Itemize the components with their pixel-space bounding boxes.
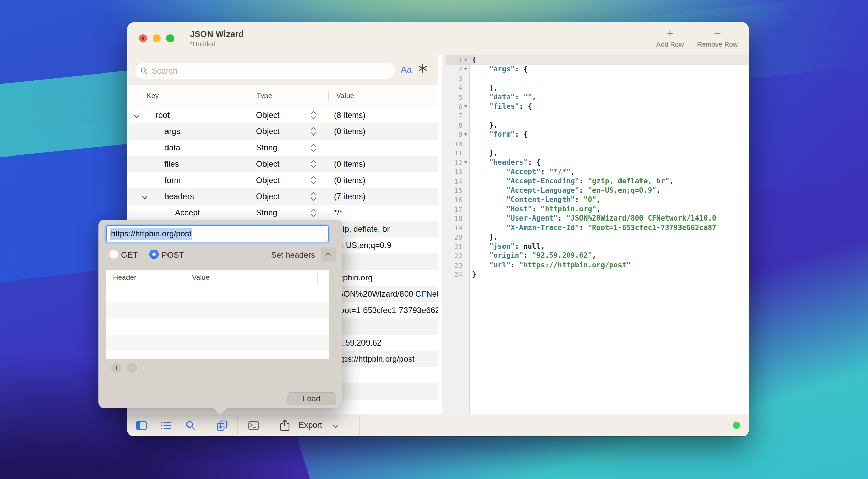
tree-row[interactable]: formObject(0 items)	[127, 172, 438, 188]
row-value: JSON%20Wizard/800 CFNetwork/1410.0	[334, 289, 438, 299]
column-divider	[248, 91, 248, 101]
bottom-toolbar: Export	[127, 414, 749, 436]
type-stepper[interactable]	[311, 192, 317, 201]
toggle-sidebar-button[interactable]	[134, 418, 149, 433]
gutter-line: 9	[442, 130, 469, 139]
tree-row[interactable]: rootObject(8 items)	[127, 107, 438, 123]
post-radio[interactable]	[149, 250, 159, 259]
disclosure-chevron-icon[interactable]	[134, 113, 140, 118]
row-type: Object	[256, 159, 279, 169]
code-line: "headers": {	[470, 158, 749, 167]
line-number: 4	[458, 84, 462, 92]
asterisk-icon	[418, 63, 428, 74]
type-stepper[interactable]	[311, 176, 317, 185]
chevron-down-icon[interactable]	[333, 422, 339, 428]
tree-row[interactable]: dataString	[127, 140, 438, 156]
fold-arrow-icon[interactable]	[464, 59, 467, 61]
download-icon	[216, 419, 228, 432]
tree-row[interactable]: filesObject(0 items)	[127, 156, 438, 172]
type-stepper[interactable]	[311, 111, 317, 120]
tree-row[interactable]: headersObject(7 items)	[127, 188, 438, 205]
tree-row[interactable]: argsObject(0 items)	[127, 123, 438, 140]
disclosure-chevron-icon[interactable]	[142, 194, 148, 200]
remove-row-button[interactable]: − Remove Row	[690, 27, 745, 48]
line-number: 19	[454, 224, 462, 232]
gutter-line: 10	[442, 139, 469, 149]
code-line: "files": {	[470, 102, 749, 111]
search-input[interactable]: Search	[134, 63, 396, 79]
gutter-line: 18	[442, 214, 469, 223]
gutter-line: 8	[442, 121, 469, 130]
column-header-key[interactable]: Key	[146, 91, 159, 100]
row-value: (7 items)	[334, 192, 366, 201]
fold-arrow-icon[interactable]	[464, 68, 467, 70]
headers-disclosure-button[interactable]	[321, 247, 336, 262]
row-value: Root=1-653cfec1-73793e662ca87	[334, 306, 438, 315]
fold-arrow-icon[interactable]	[464, 161, 467, 164]
add-row-button[interactable]: + Add Row	[643, 27, 697, 48]
type-stepper[interactable]	[311, 160, 317, 168]
match-case-toggle[interactable]: Aa	[401, 65, 412, 75]
row-key: data	[164, 143, 180, 152]
gutter-line: 1	[442, 55, 469, 65]
code-line	[470, 111, 749, 121]
type-stepper[interactable]	[311, 208, 317, 217]
header-column-label: Header	[113, 273, 136, 282]
load-from-url-button[interactable]	[215, 418, 229, 433]
gutter-line: 22	[442, 251, 469, 261]
window-title: JSON Wizard	[190, 29, 244, 39]
gutter-line: 23	[442, 261, 469, 270]
popover-footer-divider	[99, 388, 342, 388]
toolbar-divider	[207, 416, 207, 435]
column-header-type[interactable]: Type	[257, 91, 272, 100]
type-stepper[interactable]	[311, 127, 317, 136]
row-type: Object	[256, 110, 279, 120]
url-input[interactable]: https://httpbin.org/post	[106, 225, 329, 242]
get-radio[interactable]	[109, 250, 118, 259]
code-line: "json": null,	[470, 242, 749, 251]
code-line	[470, 139, 749, 149]
column-header-value[interactable]: Value	[336, 91, 354, 100]
gutter-line: 12	[442, 158, 469, 167]
line-number: 1	[458, 56, 462, 64]
export-label[interactable]: Export	[299, 420, 322, 430]
fold-arrow-icon[interactable]	[464, 133, 467, 136]
headers-table[interactable]: Header Value	[106, 270, 329, 359]
row-key: root	[156, 110, 170, 120]
list-view-button[interactable]	[159, 418, 173, 433]
wildcard-toggle[interactable]	[418, 63, 428, 74]
code-line: "Content-Length": "0",	[470, 195, 749, 205]
console-button[interactable]	[246, 418, 261, 433]
code-pane: { "args": { }, "data": "", "files": { },…	[470, 55, 749, 414]
find-button[interactable]	[183, 418, 198, 433]
line-number: 2	[458, 65, 462, 73]
tree-row[interactable]: AcceptString*/*	[127, 205, 438, 221]
add-header-button[interactable]: +	[111, 363, 121, 373]
search-placeholder: Search	[152, 66, 177, 76]
row-value: https://httpbin.org/post	[334, 354, 414, 364]
row-type: String	[256, 208, 277, 217]
set-headers-label: Set headers	[271, 250, 315, 260]
code-line: "Host": "httpbin.org",	[470, 205, 749, 214]
zoom-button[interactable]	[166, 34, 174, 42]
minimize-button[interactable]	[153, 34, 161, 42]
gutter-line: 6	[442, 102, 469, 111]
remove-header-button[interactable]: −	[127, 363, 137, 373]
type-stepper[interactable]	[311, 143, 317, 152]
line-number: 17	[454, 205, 462, 213]
line-number: 12	[454, 159, 462, 167]
close-button[interactable]	[139, 34, 147, 42]
line-number: 21	[454, 243, 462, 251]
fold-arrow-icon[interactable]	[464, 105, 467, 108]
line-number: 13	[454, 168, 462, 176]
column-divider	[185, 272, 185, 283]
row-value: (0 items)	[334, 175, 366, 185]
column-divider	[328, 91, 329, 101]
gutter-line: 13	[442, 167, 469, 177]
json-source-editor[interactable]: 123456789101112131415161718192021222324 …	[438, 55, 749, 414]
row-key: headers	[164, 192, 194, 201]
line-number: 3	[458, 75, 462, 83]
row-type: Object	[256, 175, 279, 185]
export-button[interactable]	[278, 418, 292, 433]
load-button[interactable]: Load	[287, 392, 336, 405]
